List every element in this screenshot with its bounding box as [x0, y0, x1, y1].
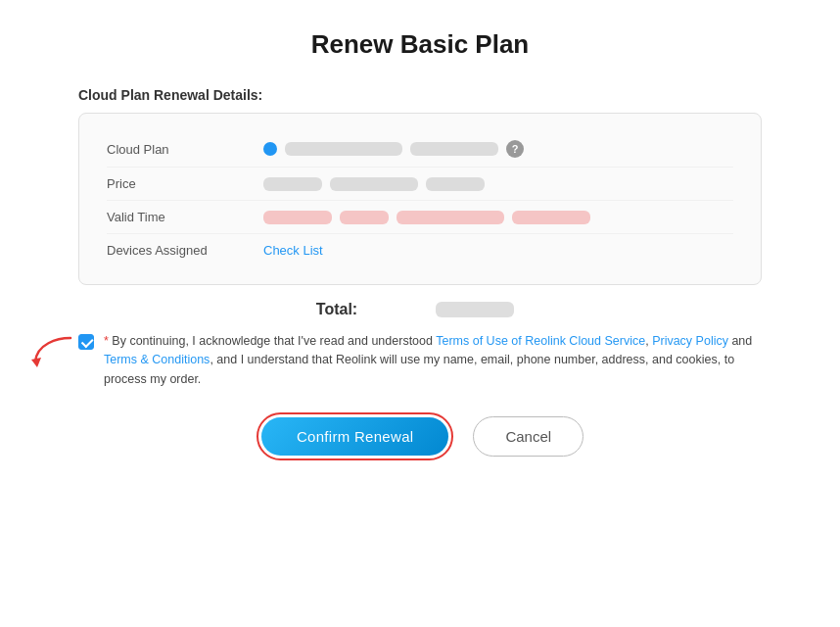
detail-row-price: Price: [107, 168, 733, 201]
check-list-link[interactable]: Check List: [263, 243, 323, 258]
detail-value-cloud-plan: ?: [263, 140, 733, 158]
page-title: Renew Basic Plan: [311, 29, 530, 60]
privacy-policy-link[interactable]: Privacy Policy: [652, 334, 728, 348]
confirm-btn-wrapper: Confirm Renewal: [257, 412, 454, 460]
detail-row-valid-time: Valid Time: [107, 201, 733, 234]
detail-value-devices: Check List: [263, 243, 733, 258]
terms-of-use-link[interactable]: Terms of Use of Reolink Cloud Service: [436, 334, 645, 348]
buttons-row: Confirm Renewal Cancel: [78, 412, 762, 460]
total-value-blur: [436, 302, 514, 317]
price-value-blur2: [330, 177, 418, 191]
arrow-indicator: [27, 334, 74, 373]
detail-row-cloud-plan: Cloud Plan ?: [107, 131, 733, 168]
confirm-renewal-button[interactable]: Confirm Renewal: [261, 417, 449, 456]
detail-label-valid-time: Valid Time: [107, 210, 263, 224]
price-value-blur3: [426, 177, 485, 191]
terms-conditions-link[interactable]: Terms & Conditions: [104, 353, 210, 366]
detail-value-valid-time: [263, 211, 733, 224]
valid-time-blur1: [263, 211, 332, 224]
cancel-button[interactable]: Cancel: [473, 416, 583, 457]
acknowledgement-text: * By continuing, I acknowledge that I've…: [104, 332, 762, 389]
question-icon[interactable]: ?: [506, 140, 524, 158]
svg-marker-0: [31, 358, 41, 367]
detail-label-price: Price: [107, 176, 263, 191]
valid-time-blur4: [512, 211, 590, 224]
total-label: Total:: [316, 301, 357, 318]
detail-label-cloud-plan: Cloud Plan: [107, 142, 263, 157]
section-label: Cloud Plan Renewal Details:: [78, 87, 262, 103]
checkbox-wrapper[interactable]: [78, 334, 94, 350]
cloud-plan-value-blur: [285, 142, 402, 156]
detail-value-price: [263, 177, 733, 191]
valid-time-blur2: [340, 211, 389, 224]
valid-time-blur3: [397, 211, 504, 224]
cloud-plan-value-blur2: [410, 142, 498, 156]
ack-asterisk: * By continuing, I acknowledge that I've…: [104, 334, 436, 348]
detail-row-devices: Devices Assigned Check List: [107, 234, 733, 266]
ack-text-mid2: and: [728, 334, 752, 348]
blue-dot-icon: [263, 142, 277, 156]
page-container: Renew Basic Plan Cloud Plan Renewal Deta…: [0, 0, 840, 627]
acknowledgement-row: * By continuing, I acknowledge that I've…: [78, 332, 762, 389]
details-card: Cloud Plan ? Price Valid Time: [78, 113, 762, 285]
price-value-blur1: [263, 177, 322, 191]
total-row: Total:: [78, 301, 762, 318]
acknowledgement-checkbox[interactable]: [78, 334, 94, 350]
detail-label-devices: Devices Assigned: [107, 243, 263, 258]
